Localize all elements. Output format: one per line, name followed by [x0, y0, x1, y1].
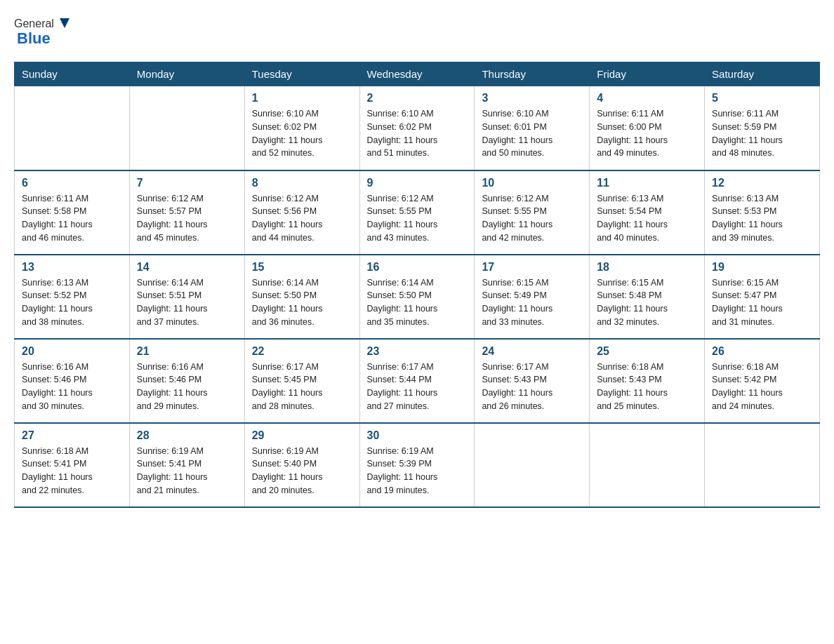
logo-arrow-icon — [57, 15, 72, 31]
day-info: Sunrise: 6:14 AM Sunset: 5:50 PM Dayligh… — [252, 276, 352, 329]
calendar-cell — [15, 86, 130, 170]
header-saturday: Saturday — [705, 62, 820, 86]
calendar-cell: 3Sunrise: 6:10 AM Sunset: 6:01 PM Daylig… — [475, 86, 590, 170]
day-number: 14 — [137, 261, 237, 274]
day-info: Sunrise: 6:13 AM Sunset: 5:53 PM Dayligh… — [712, 192, 812, 245]
calendar-cell: 17Sunrise: 6:15 AM Sunset: 5:49 PM Dayli… — [475, 255, 590, 339]
day-number: 20 — [22, 345, 122, 358]
calendar-cell: 18Sunrise: 6:15 AM Sunset: 5:48 PM Dayli… — [590, 255, 705, 339]
day-number: 9 — [367, 177, 468, 189]
day-info: Sunrise: 6:14 AM Sunset: 5:51 PM Dayligh… — [137, 276, 237, 329]
day-info: Sunrise: 6:12 AM Sunset: 5:55 PM Dayligh… — [482, 192, 582, 245]
day-number: 7 — [137, 177, 237, 189]
calendar-cell: 29Sunrise: 6:19 AM Sunset: 5:40 PM Dayli… — [244, 423, 359, 507]
calendar-cell: 4Sunrise: 6:11 AM Sunset: 6:00 PM Daylig… — [590, 86, 705, 170]
day-info: Sunrise: 6:19 AM Sunset: 5:39 PM Dayligh… — [367, 445, 468, 497]
day-number: 11 — [597, 177, 697, 189]
calendar-cell: 7Sunrise: 6:12 AM Sunset: 5:57 PM Daylig… — [129, 170, 244, 255]
day-info: Sunrise: 6:10 AM Sunset: 6:01 PM Dayligh… — [482, 107, 582, 160]
day-info: Sunrise: 6:18 AM Sunset: 5:41 PM Dayligh… — [22, 445, 122, 497]
day-info: Sunrise: 6:18 AM Sunset: 5:43 PM Dayligh… — [597, 361, 697, 413]
calendar-week-row: 1Sunrise: 6:10 AM Sunset: 6:02 PM Daylig… — [15, 86, 820, 170]
calendar-week-row: 27Sunrise: 6:18 AM Sunset: 5:41 PM Dayli… — [15, 423, 820, 507]
day-info: Sunrise: 6:11 AM Sunset: 5:58 PM Dayligh… — [22, 192, 122, 245]
day-number: 24 — [482, 345, 582, 358]
day-info: Sunrise: 6:17 AM Sunset: 5:45 PM Dayligh… — [252, 361, 352, 413]
day-info: Sunrise: 6:12 AM Sunset: 5:55 PM Dayligh… — [367, 192, 468, 245]
calendar-cell: 28Sunrise: 6:19 AM Sunset: 5:41 PM Dayli… — [129, 423, 244, 507]
day-number: 15 — [252, 261, 352, 274]
day-info: Sunrise: 6:17 AM Sunset: 5:43 PM Dayligh… — [482, 361, 582, 413]
calendar-cell: 20Sunrise: 6:16 AM Sunset: 5:46 PM Dayli… — [15, 339, 130, 423]
day-info: Sunrise: 6:11 AM Sunset: 5:59 PM Dayligh… — [712, 107, 812, 160]
svg-marker-0 — [60, 18, 70, 28]
day-info: Sunrise: 6:16 AM Sunset: 5:46 PM Dayligh… — [137, 361, 237, 413]
calendar-cell: 25Sunrise: 6:18 AM Sunset: 5:43 PM Dayli… — [590, 339, 705, 423]
calendar-cell — [705, 423, 820, 507]
day-info: Sunrise: 6:15 AM Sunset: 5:49 PM Dayligh… — [482, 276, 582, 329]
calendar-cell: 30Sunrise: 6:19 AM Sunset: 5:39 PM Dayli… — [359, 423, 475, 507]
logo: General Blue — [14, 14, 72, 48]
day-number: 19 — [712, 261, 812, 274]
calendar-cell: 15Sunrise: 6:14 AM Sunset: 5:50 PM Dayli… — [244, 255, 359, 339]
calendar-cell: 10Sunrise: 6:12 AM Sunset: 5:55 PM Dayli… — [475, 170, 590, 255]
calendar-cell — [590, 423, 705, 507]
day-info: Sunrise: 6:12 AM Sunset: 5:56 PM Dayligh… — [252, 192, 352, 245]
calendar-cell: 26Sunrise: 6:18 AM Sunset: 5:42 PM Dayli… — [705, 339, 820, 423]
day-info: Sunrise: 6:12 AM Sunset: 5:57 PM Dayligh… — [137, 192, 237, 245]
day-number: 4 — [597, 92, 697, 105]
day-number: 26 — [712, 345, 812, 358]
day-number: 8 — [252, 177, 352, 189]
calendar-cell — [475, 423, 590, 507]
calendar-cell: 21Sunrise: 6:16 AM Sunset: 5:46 PM Dayli… — [129, 339, 244, 423]
calendar-cell: 1Sunrise: 6:10 AM Sunset: 6:02 PM Daylig… — [244, 86, 359, 170]
day-number: 21 — [137, 345, 237, 358]
day-number: 22 — [252, 345, 352, 358]
day-info: Sunrise: 6:17 AM Sunset: 5:44 PM Dayligh… — [367, 361, 468, 413]
day-number: 30 — [367, 429, 468, 442]
day-info: Sunrise: 6:11 AM Sunset: 6:00 PM Dayligh… — [597, 107, 697, 160]
calendar-cell: 27Sunrise: 6:18 AM Sunset: 5:41 PM Dayli… — [15, 423, 130, 507]
calendar-week-row: 6Sunrise: 6:11 AM Sunset: 5:58 PM Daylig… — [15, 170, 820, 255]
calendar-header-row: SundayMondayTuesdayWednesdayThursdayFrid… — [15, 62, 820, 86]
day-info: Sunrise: 6:16 AM Sunset: 5:46 PM Dayligh… — [22, 361, 122, 413]
calendar-cell: 23Sunrise: 6:17 AM Sunset: 5:44 PM Dayli… — [359, 339, 475, 423]
day-number: 27 — [22, 429, 122, 442]
day-number: 17 — [482, 261, 582, 274]
day-info: Sunrise: 6:15 AM Sunset: 5:47 PM Dayligh… — [712, 276, 812, 329]
day-number: 6 — [22, 177, 122, 189]
calendar-cell: 16Sunrise: 6:14 AM Sunset: 5:50 PM Dayli… — [359, 255, 475, 339]
calendar-cell: 12Sunrise: 6:13 AM Sunset: 5:53 PM Dayli… — [705, 170, 820, 255]
day-info: Sunrise: 6:10 AM Sunset: 6:02 PM Dayligh… — [367, 107, 468, 160]
day-info: Sunrise: 6:13 AM Sunset: 5:54 PM Dayligh… — [597, 192, 697, 245]
day-number: 16 — [367, 261, 468, 274]
logo-general-text: General — [14, 18, 54, 30]
day-number: 2 — [367, 92, 468, 105]
calendar-week-row: 20Sunrise: 6:16 AM Sunset: 5:46 PM Dayli… — [15, 339, 820, 423]
day-number: 3 — [482, 92, 582, 105]
day-number: 5 — [712, 92, 812, 105]
calendar-cell: 5Sunrise: 6:11 AM Sunset: 5:59 PM Daylig… — [705, 86, 820, 170]
day-number: 18 — [597, 261, 697, 274]
day-number: 1 — [252, 92, 352, 105]
day-info: Sunrise: 6:15 AM Sunset: 5:48 PM Dayligh… — [597, 276, 697, 329]
day-info: Sunrise: 6:13 AM Sunset: 5:52 PM Dayligh… — [22, 276, 122, 329]
day-info: Sunrise: 6:18 AM Sunset: 5:42 PM Dayligh… — [712, 361, 812, 413]
page-header: General Blue — [14, 14, 820, 48]
header-wednesday: Wednesday — [359, 62, 475, 86]
header-friday: Friday — [590, 62, 705, 86]
calendar-cell: 8Sunrise: 6:12 AM Sunset: 5:56 PM Daylig… — [244, 170, 359, 255]
calendar-cell — [129, 86, 244, 170]
day-number: 13 — [22, 261, 122, 274]
calendar-cell: 14Sunrise: 6:14 AM Sunset: 5:51 PM Dayli… — [129, 255, 244, 339]
calendar-cell: 19Sunrise: 6:15 AM Sunset: 5:47 PM Dayli… — [705, 255, 820, 339]
day-info: Sunrise: 6:19 AM Sunset: 5:41 PM Dayligh… — [137, 445, 237, 497]
day-number: 29 — [252, 429, 352, 442]
day-number: 25 — [597, 345, 697, 358]
header-sunday: Sunday — [15, 62, 130, 86]
calendar-cell: 9Sunrise: 6:12 AM Sunset: 5:55 PM Daylig… — [359, 170, 475, 255]
header-tuesday: Tuesday — [244, 62, 359, 86]
day-info: Sunrise: 6:14 AM Sunset: 5:50 PM Dayligh… — [367, 276, 468, 329]
calendar-cell: 22Sunrise: 6:17 AM Sunset: 5:45 PM Dayli… — [244, 339, 359, 423]
day-number: 10 — [482, 177, 582, 189]
